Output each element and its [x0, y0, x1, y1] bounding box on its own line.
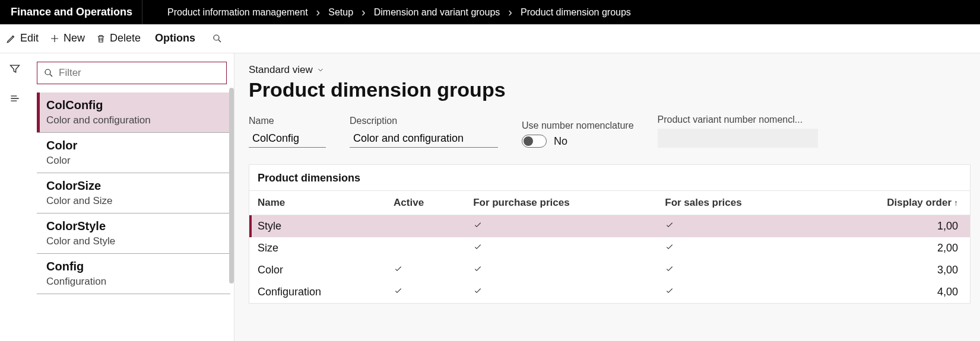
- list-item-title: ColConfig: [46, 98, 224, 112]
- scrollbar[interactable]: [229, 88, 234, 283]
- dimensions-table: NameActiveFor purchase pricesFor sales p…: [249, 190, 970, 303]
- column-header[interactable]: For sales prices: [656, 191, 815, 215]
- check-icon: [394, 264, 403, 273]
- trash-icon: [96, 33, 106, 44]
- cell-active[interactable]: [385, 281, 465, 303]
- header-fields: Name Description Use number nomenclature…: [249, 114, 971, 148]
- variant-nomenclature-input: [658, 129, 818, 148]
- cell-sales[interactable]: [656, 259, 815, 281]
- chevron-down-icon: [316, 66, 325, 74]
- column-header[interactable]: Display order↑: [815, 191, 970, 215]
- use-nomenclature-toggle[interactable]: [522, 135, 547, 148]
- toggle-label: Use number nomenclature: [522, 120, 634, 131]
- breadcrumb-item[interactable]: Dimension and variant groups: [374, 7, 500, 18]
- edit-button[interactable]: Edit: [6, 32, 39, 44]
- column-header[interactable]: For purchase prices: [465, 191, 656, 215]
- funnel-icon: [9, 63, 21, 75]
- top-bar: Finance and Operations Product informati…: [0, 0, 980, 24]
- toggle-value: No: [554, 135, 567, 148]
- name-field: Name: [249, 116, 326, 148]
- variant-nomenclature-field: Product variant number nomencl...: [658, 114, 818, 148]
- check-icon: [665, 264, 674, 273]
- page-title: Product dimension groups: [249, 78, 971, 101]
- chevron-right-icon: ›: [316, 5, 321, 19]
- breadcrumb: Product information management›Setup›Dim…: [142, 5, 631, 19]
- edit-label: Edit: [20, 32, 39, 44]
- pencil-icon: [6, 33, 17, 44]
- svg-point-0: [214, 35, 219, 40]
- breadcrumb-item[interactable]: Product dimension groups: [521, 7, 631, 18]
- cell-sales[interactable]: [656, 281, 815, 303]
- list-item-desc: Color and Size: [46, 195, 224, 207]
- check-icon: [473, 220, 483, 230]
- cell-sales[interactable]: [656, 215, 815, 238]
- check-icon: [665, 286, 674, 295]
- dimensions-grid: Product dimensions NameActiveFor purchas…: [249, 164, 971, 304]
- filter-input[interactable]: [59, 67, 220, 79]
- column-header[interactable]: Name: [249, 191, 385, 215]
- list-item-desc: Configuration: [46, 276, 224, 288]
- new-button[interactable]: New: [49, 32, 85, 44]
- variant-nomenclature-label: Product variant number nomencl...: [658, 114, 818, 125]
- cell-order: 3,00: [815, 259, 970, 281]
- nomenclature-toggle-field: Use number nomenclature No: [522, 120, 634, 148]
- breadcrumb-item[interactable]: Setup: [328, 7, 353, 18]
- new-label: New: [64, 32, 85, 44]
- check-icon: [473, 286, 483, 295]
- list-item[interactable]: Config Configuration: [37, 254, 230, 294]
- list-item-title: ColorStyle: [46, 219, 224, 233]
- list-item-desc: Color and Style: [46, 235, 224, 247]
- view-label: Standard view: [249, 64, 313, 76]
- delete-label: Delete: [110, 32, 141, 44]
- cell-active[interactable]: [385, 215, 465, 238]
- chevron-right-icon: ›: [508, 5, 512, 19]
- check-icon: [665, 242, 674, 251]
- name-label: Name: [249, 116, 326, 126]
- options-label: Options: [155, 32, 195, 44]
- cell-purchase[interactable]: [465, 215, 656, 238]
- cell-order: 4,00: [815, 281, 970, 303]
- cell-purchase[interactable]: [465, 237, 656, 259]
- cell-order: 1,00: [815, 215, 970, 238]
- list-item[interactable]: ColorStyle Color and Style: [37, 213, 230, 254]
- description-field: Description: [350, 116, 498, 148]
- filter-pane-button[interactable]: [9, 63, 21, 77]
- list-item[interactable]: Color Color: [37, 133, 230, 173]
- cell-name: Style: [249, 215, 385, 238]
- view-selector[interactable]: Standard view: [249, 64, 971, 76]
- grid-title: Product dimensions: [249, 165, 970, 190]
- list-item-desc: Color: [46, 155, 224, 167]
- svg-point-1: [45, 69, 50, 75]
- table-row[interactable]: Configuration4,00: [249, 281, 970, 303]
- table-row[interactable]: Size2,00: [249, 237, 970, 259]
- table-row[interactable]: Color3,00: [249, 259, 970, 281]
- cell-purchase[interactable]: [465, 281, 656, 303]
- list-item[interactable]: ColorSize Color and Size: [37, 173, 230, 213]
- sort-arrow-icon: ↑: [954, 198, 958, 208]
- related-info-button[interactable]: [9, 93, 21, 107]
- cell-active[interactable]: [385, 259, 465, 281]
- cell-purchase[interactable]: [465, 259, 656, 281]
- table-row[interactable]: Style1,00: [249, 215, 970, 238]
- list-item[interactable]: ColConfig Color and configuration: [37, 93, 230, 133]
- name-input[interactable]: [249, 130, 326, 148]
- cell-sales[interactable]: [656, 237, 815, 259]
- action-toolbar: Edit New Delete Options: [0, 24, 980, 53]
- options-button[interactable]: Options: [155, 32, 195, 44]
- chevron-right-icon: ›: [361, 5, 366, 19]
- cell-name: Configuration: [249, 281, 385, 303]
- left-rail: [0, 53, 30, 341]
- column-header[interactable]: Active: [385, 191, 465, 215]
- delete-button[interactable]: Delete: [96, 32, 141, 44]
- filter-box[interactable]: [37, 62, 227, 84]
- breadcrumb-item[interactable]: Product information management: [167, 7, 308, 18]
- plus-icon: [49, 33, 60, 44]
- search-button[interactable]: [212, 33, 223, 44]
- check-icon: [665, 220, 674, 230]
- list-item-title: Config: [46, 260, 224, 273]
- record-list: ColConfig Color and configurationColor C…: [30, 53, 234, 341]
- description-input[interactable]: [350, 130, 498, 148]
- check-icon: [473, 242, 483, 251]
- cell-active[interactable]: [385, 237, 465, 259]
- list-item-title: ColorSize: [46, 179, 224, 193]
